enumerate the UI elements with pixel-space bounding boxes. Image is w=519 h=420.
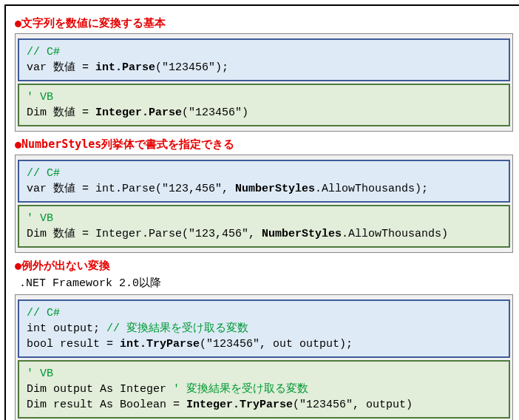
code-segment: // C# [27, 307, 60, 319]
code-segment: ("123456", output) [293, 399, 413, 411]
section-title: ●例外が出ない変換 [15, 259, 513, 273]
code-segment: Integer.TryParse [186, 399, 293, 411]
vb-code-block: ' VB Dim 数値 = Integer.Parse("123,456", N… [18, 205, 510, 248]
vb-code-block: ' VB Dim output As Integer ' 変換結果を受け取る変数… [18, 360, 510, 419]
code-segment: ' 変換結果を受け取る変数 [173, 383, 308, 396]
code-panel: // C# var 数値 = int.Parse("123456");' VB … [15, 33, 513, 132]
code-segment: Dim 数値 = [27, 106, 95, 119]
code-segment: NumberStyles [235, 183, 315, 195]
document-frame: ●文字列を数値に変換する基本// C# var 数値 = int.Parse("… [4, 4, 519, 420]
code-segment: ' VB [27, 212, 53, 225]
csharp-code-block: // C# int output; // 変換結果を受け取る変数 bool re… [18, 299, 510, 358]
code-segment: // C# [27, 167, 60, 180]
section-title: ●文字列を数値に変換する基本 [15, 16, 513, 30]
code-segment: Dim result As Boolean = [27, 399, 186, 411]
code-segment: .AllowThousands) [342, 228, 448, 240]
code-segment: ("123456", out output); [200, 338, 353, 350]
code-segment: int.TryParse [120, 338, 200, 350]
section-title: ●NumberStyles列挙体で書式を指定できる [15, 138, 513, 152]
code-segment: // 変換結果を受け取る変数 [106, 322, 248, 335]
code-segment: int.Parse [95, 61, 155, 74]
code-segment: Integer.Parse [95, 106, 182, 119]
vb-code-block: ' VB Dim 数値 = Integer.Parse("123456") [18, 84, 510, 126]
code-segment: // C# [27, 46, 60, 58]
code-segment: ' VB [27, 91, 53, 104]
code-segment: Dim 数値 = Integer.Parse("123,456", [27, 228, 262, 240]
code-segment: int output; [27, 322, 106, 335]
code-segment: .AllowThousands); [315, 183, 428, 195]
csharp-code-block: // C# var 数値 = int.Parse("123456"); [18, 38, 510, 81]
code-panel: // C# var 数値 = int.Parse("123,456", Numb… [15, 155, 513, 253]
code-segment: Dim output As Integer [27, 383, 173, 396]
code-segment: ' VB [27, 368, 53, 380]
code-segment: ("123456") [182, 106, 248, 119]
section-subtitle: .NET Framework 2.0以降 [19, 276, 513, 290]
code-segment: NumberStyles [262, 228, 342, 240]
csharp-code-block: // C# var 数値 = int.Parse("123,456", Numb… [18, 160, 510, 203]
code-segment: bool result = [27, 338, 120, 350]
code-segment: var 数値 = [27, 61, 95, 74]
code-segment: var 数値 = int.Parse("123,456", [27, 183, 235, 195]
code-panel: // C# int output; // 変換結果を受け取る変数 bool re… [15, 294, 513, 420]
code-segment: ("123456"); [155, 61, 228, 74]
